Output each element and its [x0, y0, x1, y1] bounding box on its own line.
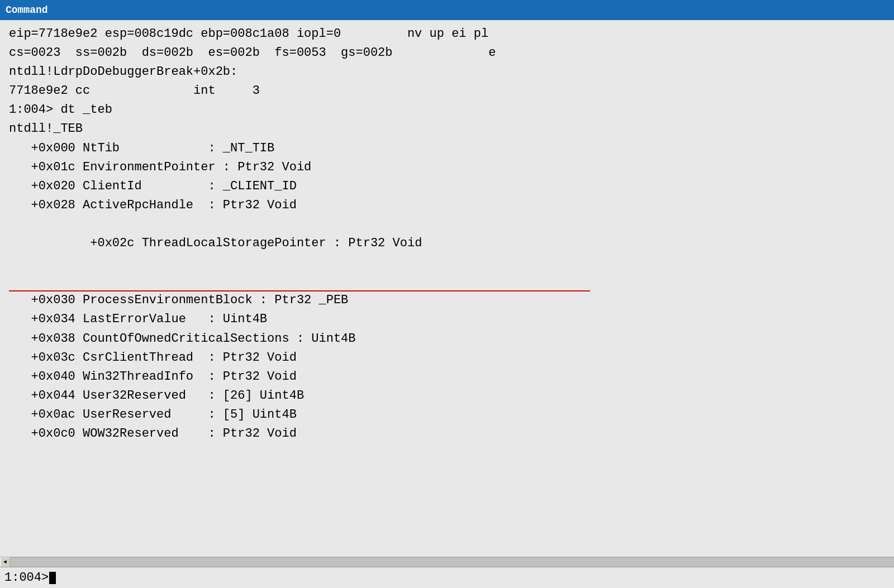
line-break-location: ntdll!LdrpDoDebuggerBreak+0x2b:	[9, 63, 885, 82]
line-field6-peb: +0x030 ProcessEnvironmentBlock : Ptr32 _…	[9, 291, 885, 310]
line-instruction: 7718e9e2 cc int 3	[9, 82, 885, 101]
line-field1: +0x000 NtTib : _NT_TIB	[9, 139, 885, 158]
console-output[interactable]: eip=7718e9e2 esp=008c19dc ebp=008c1a08 i…	[0, 20, 894, 557]
scrollbar-track[interactable]	[10, 557, 894, 567]
title-bar: Command	[0, 0, 894, 20]
line-field12: +0x0ac UserReserved : [5] Uint4B	[9, 405, 885, 424]
bottom-input-bar[interactable]: 1:004>	[0, 567, 894, 588]
line-field7: +0x034 LastErrorValue : Uint4B	[9, 310, 885, 329]
debugger-window: Command eip=7718e9e2 esp=008c19dc ebp=00…	[0, 0, 894, 588]
line-field11: +0x044 User32Reserved : [26] Uint4B	[9, 386, 885, 405]
cursor-block	[49, 572, 56, 584]
line-field5-redline: +0x02c ThreadLocalStoragePointer : Ptr32…	[9, 215, 885, 291]
line-field4: +0x028 ActiveRpcHandle : Ptr32 Void	[9, 196, 885, 215]
line-field8: +0x038 CountOfOwnedCriticalSections : Ui…	[9, 329, 885, 348]
line-teb-header: ntdll!_TEB	[9, 119, 885, 138]
scroll-left-button[interactable]: ◄	[0, 557, 10, 567]
red-separator-line	[9, 290, 590, 291]
line-prompt-cmd: 1:004> dt _teb	[9, 101, 885, 119]
line-field9: +0x03c CsrClientThread : Ptr32 Void	[9, 348, 885, 367]
horizontal-scrollbar[interactable]: ◄	[0, 557, 894, 567]
main-content: eip=7718e9e2 esp=008c19dc ebp=008c1a08 i…	[0, 20, 894, 588]
line-field3: +0x020 ClientId : _CLIENT_ID	[9, 177, 885, 196]
line-registers2: cs=0023 ss=002b ds=002b es=002b fs=0053 …	[9, 44, 885, 63]
prompt-area: 1:004>	[4, 571, 56, 585]
line-field10: +0x040 Win32ThreadInfo : Ptr32 Void	[9, 367, 885, 386]
window-title: Command	[6, 4, 48, 16]
bottom-prompt: 1:004>	[4, 571, 49, 585]
line-field13: +0x0c0 WOW32Reserved : Ptr32 Void	[9, 424, 885, 443]
line-registers1: eip=7718e9e2 esp=008c19dc ebp=008c1a08 i…	[9, 25, 885, 44]
line-field2: +0x01c EnvironmentPointer : Ptr32 Void	[9, 158, 885, 177]
